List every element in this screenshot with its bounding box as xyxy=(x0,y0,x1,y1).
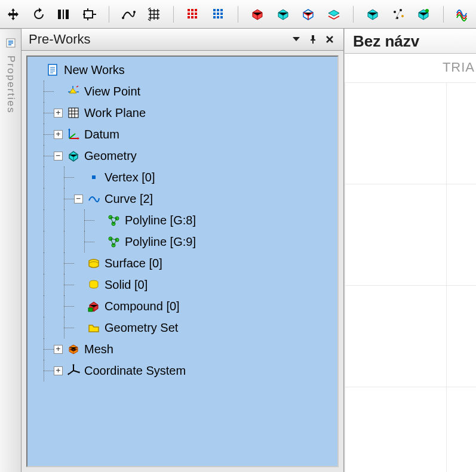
box-cyan-icon[interactable] xyxy=(274,5,291,24)
tree-item-label: Compound [0] xyxy=(105,300,180,313)
datum-icon xyxy=(66,127,81,141)
box-red2-icon[interactable] xyxy=(415,5,432,24)
tree-item[interactable]: −Geometry xyxy=(29,145,336,166)
panel-header: Pre-Works xyxy=(22,29,343,51)
svg-point-27 xyxy=(401,15,404,17)
svg-rect-12 xyxy=(188,16,190,18)
properties-tab[interactable]: Properties xyxy=(0,29,22,472)
svg-rect-33 xyxy=(92,175,96,179)
svg-rect-2 xyxy=(66,10,69,19)
curve-tool-icon[interactable] xyxy=(120,5,137,24)
tree-item-label: Geometry Set xyxy=(105,321,178,335)
panel-title: Pre-Works xyxy=(29,32,91,47)
svg-point-5 xyxy=(133,11,136,13)
tree-expander[interactable]: + xyxy=(54,345,63,354)
tree-item[interactable]: +Mesh xyxy=(29,338,336,360)
viewport-title: Bez názv xyxy=(345,29,476,54)
tree-item-label: Surface [0] xyxy=(105,257,162,270)
tree-item[interactable]: +Datum xyxy=(29,124,336,145)
svg-rect-16 xyxy=(217,9,219,11)
tree[interactable]: New WorksView Point+Work Plane+Datum−Geo… xyxy=(29,59,336,381)
shape1-icon[interactable] xyxy=(300,5,317,24)
wave-icon[interactable] xyxy=(454,5,471,24)
panel-close-icon[interactable] xyxy=(323,33,336,46)
flip-icon[interactable] xyxy=(56,5,73,24)
tree-expander[interactable]: + xyxy=(54,109,63,118)
svg-rect-15 xyxy=(213,9,216,11)
svg-rect-1 xyxy=(63,10,64,19)
tree-item-label: Polyline [G:8] xyxy=(125,214,196,227)
tree-item[interactable]: Polyline [G:9] xyxy=(29,231,336,252)
geometry-icon xyxy=(66,149,81,163)
svg-rect-31 xyxy=(48,64,57,75)
tree-item-label: Curve [2] xyxy=(105,192,153,206)
tree-item[interactable]: View Point xyxy=(29,81,336,102)
matrix-red-icon[interactable] xyxy=(185,5,202,24)
tree-item[interactable]: Surface [0] xyxy=(29,252,336,274)
tree-item[interactable]: New Works xyxy=(29,59,336,81)
toolbar-separator xyxy=(109,6,109,23)
svg-rect-32 xyxy=(69,108,78,118)
tree-item-label: Datum xyxy=(84,128,119,141)
tree-expander[interactable]: − xyxy=(54,152,63,161)
tree-expander[interactable]: + xyxy=(54,130,63,139)
main-toolbar xyxy=(0,0,476,29)
matrix-blue-icon[interactable] xyxy=(210,5,228,24)
tree-item[interactable]: Vertex [0] xyxy=(29,166,336,188)
svg-rect-13 xyxy=(191,16,194,18)
dots-icon[interactable] xyxy=(389,5,407,24)
grid-tool-icon[interactable] xyxy=(146,5,163,24)
tree-item[interactable]: −Curve [2] xyxy=(29,188,336,209)
tree-item[interactable]: Solid [0] xyxy=(29,274,336,295)
viewpoint-icon xyxy=(66,84,81,98)
svg-rect-3 xyxy=(84,11,93,18)
svg-point-28 xyxy=(425,9,429,13)
tree-expander[interactable]: − xyxy=(74,195,83,203)
viewport-panel: Bez názv TRIA xyxy=(344,29,476,472)
svg-rect-21 xyxy=(213,16,216,18)
tree-item[interactable]: Compound [0] xyxy=(29,295,336,317)
rotate-icon[interactable] xyxy=(30,5,48,24)
svg-point-4 xyxy=(122,17,124,19)
svg-rect-17 xyxy=(220,9,223,11)
grid-icon xyxy=(66,106,81,120)
svg-rect-19 xyxy=(217,13,219,15)
offset-icon[interactable] xyxy=(81,5,99,24)
tree-item-label: Work Plane xyxy=(84,106,146,120)
tree-item-label: Solid [0] xyxy=(105,278,148,292)
panel-pin-icon[interactable] xyxy=(306,33,320,46)
shape2-icon[interactable] xyxy=(325,5,343,24)
svg-rect-30 xyxy=(312,35,314,40)
svg-rect-0 xyxy=(58,10,61,19)
tree-item-label: New Works xyxy=(64,63,125,77)
viewport-subtitle: TRIA xyxy=(345,54,476,75)
move-icon[interactable] xyxy=(5,5,22,24)
tree-item-label: Vertex [0] xyxy=(105,171,155,184)
svg-rect-20 xyxy=(220,13,223,15)
svg-rect-8 xyxy=(195,9,197,11)
tree-item[interactable]: Geometry Set xyxy=(29,317,336,338)
svg-rect-18 xyxy=(213,13,216,15)
tree-item[interactable]: +Coordinate System xyxy=(29,360,336,381)
panel-dropdown-icon[interactable] xyxy=(290,33,303,46)
box-green-icon[interactable] xyxy=(364,5,382,24)
coord-icon xyxy=(66,363,81,378)
solid-icon xyxy=(87,277,101,292)
svg-rect-11 xyxy=(195,13,197,15)
polyline-icon xyxy=(107,213,121,227)
box-red-icon[interactable] xyxy=(249,5,266,24)
toolbar-separator xyxy=(353,6,354,23)
viewport-grid[interactable] xyxy=(345,82,476,472)
pre-works-panel: Pre-Works New WorksView Point+Work Plane… xyxy=(22,29,344,472)
tree-item-label: View Point xyxy=(84,85,140,98)
tree-item-label: Mesh xyxy=(84,343,113,356)
tree-expander[interactable]: + xyxy=(54,366,63,375)
tree-container: New WorksView Point+Work Plane+Datum−Geo… xyxy=(26,55,339,467)
svg-rect-41 xyxy=(88,308,93,311)
vertex-icon xyxy=(87,170,101,184)
tree-item[interactable]: Polyline [G:8] xyxy=(29,209,336,231)
svg-rect-10 xyxy=(191,13,194,15)
svg-rect-22 xyxy=(217,16,219,18)
folder-icon xyxy=(87,320,101,335)
tree-item[interactable]: +Work Plane xyxy=(29,102,336,124)
